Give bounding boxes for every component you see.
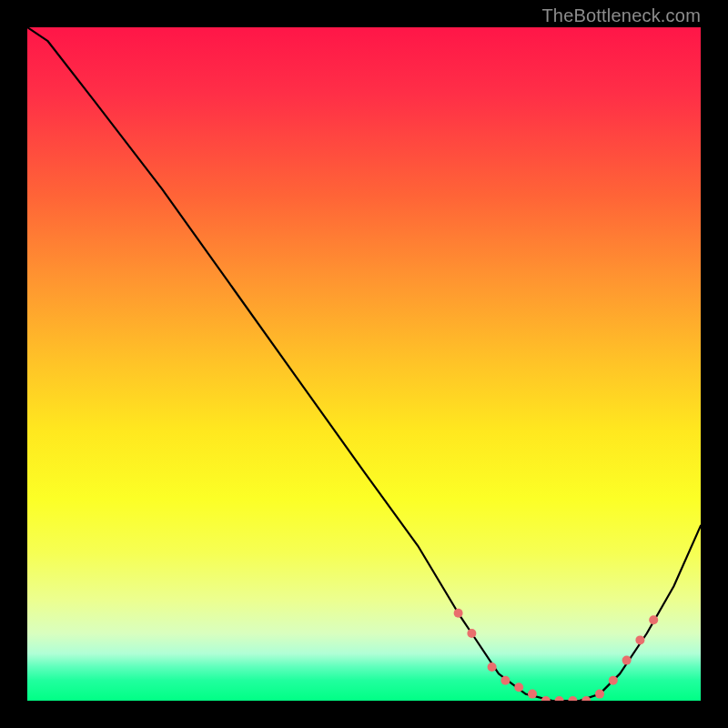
attribution-text: TheBottleneck.com [541,5,701,26]
chart-gradient-background [27,27,701,701]
